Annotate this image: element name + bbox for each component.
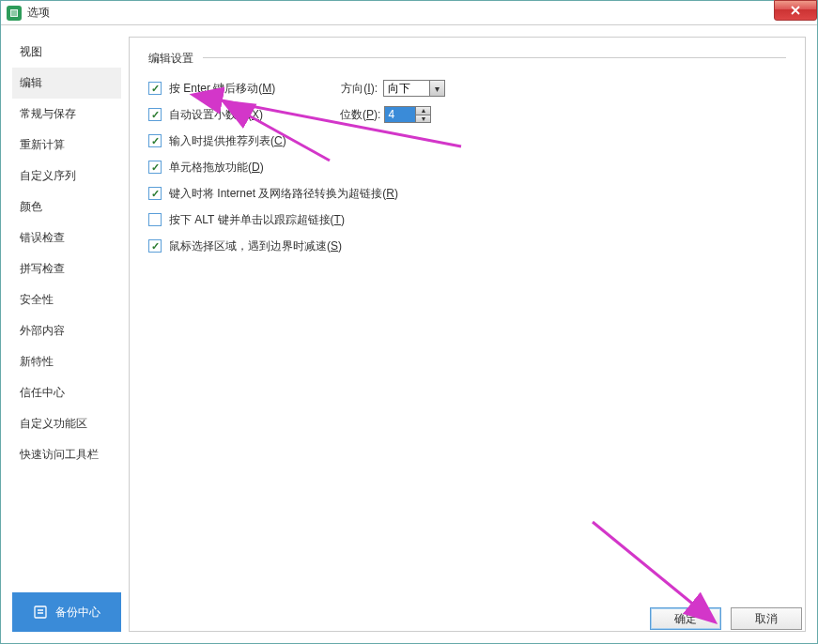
sidebar-item-label: 常规与保存 [20, 106, 76, 122]
label-enter-move: 按 Enter 键后移动(M) [169, 81, 275, 97]
sidebar: 视图 编辑 常规与保存 重新计算 自定义序列 颜色 错误检查 拼写检查 安全性 … [12, 37, 121, 632]
sidebar-item-custom-lists[interactable]: 自定义序列 [12, 161, 121, 192]
checkbox-alt-click-link[interactable] [148, 213, 162, 226]
checkbox-auto-hyperlink[interactable] [148, 187, 162, 200]
places-input[interactable] [385, 107, 415, 122]
sidebar-item-spellcheck[interactable]: 拼写检查 [12, 253, 121, 284]
places-spinner[interactable]: ▲▼ [384, 106, 431, 123]
spin-down[interactable]: ▼ [415, 115, 430, 123]
sidebar-item-security[interactable]: 安全性 [12, 284, 121, 315]
label-direction: 方向(I): [341, 81, 378, 97]
sidebar-item-label: 自定义序列 [20, 168, 76, 184]
spin-up[interactable]: ▲ [415, 107, 430, 115]
sidebar-item-error-check[interactable]: 错误检查 [12, 222, 121, 253]
ok-button[interactable]: 确定 [650, 607, 721, 630]
sidebar-item-label: 自定义功能区 [20, 416, 87, 432]
sidebar-item-custom-ribbon[interactable]: 自定义功能区 [12, 408, 121, 439]
chevron-down-icon [429, 81, 444, 96]
backup-icon [33, 605, 48, 620]
sidebar-item-label: 外部内容 [20, 323, 65, 339]
title-bar: 选项 [1, 1, 817, 25]
sidebar-item-label: 编辑 [20, 75, 42, 91]
label-auto-hyperlink: 键入时将 Internet 及网络路径转换为超链接(R) [169, 186, 398, 202]
checkbox-enter-move[interactable] [148, 82, 162, 95]
sidebar-item-label: 安全性 [20, 292, 54, 308]
cancel-button[interactable]: 取消 [731, 607, 802, 630]
label-slow-at-edge: 鼠标选择区域，遇到边界时减速(S) [169, 238, 342, 254]
sidebar-item-new-features[interactable]: 新特性 [12, 346, 121, 377]
sidebar-item-label: 快速访问工具栏 [20, 447, 99, 463]
backup-label: 备份中心 [55, 605, 100, 621]
direction-value: 向下 [388, 81, 410, 97]
cancel-label: 取消 [755, 611, 778, 627]
sidebar-item-label: 视图 [20, 44, 42, 60]
label-suggest-list: 输入时提供推荐列表(C) [169, 133, 286, 149]
sidebar-item-view[interactable]: 视图 [12, 37, 121, 68]
sidebar-item-color[interactable]: 颜色 [12, 192, 121, 222]
sidebar-item-label: 错误检查 [20, 230, 65, 246]
label-places: 位数(P): [340, 107, 380, 123]
svg-rect-1 [35, 606, 46, 618]
checkbox-suggest-list[interactable] [148, 134, 162, 147]
checkbox-slow-at-edge[interactable] [148, 239, 162, 253]
settings-panel: 编辑设置 按 Enter 键后移动(M) 方向(I): 向下 自动设置小数点(X… [129, 37, 806, 632]
divider [203, 57, 786, 58]
app-icon [7, 6, 22, 21]
label-auto-decimal: 自动设置小数点(X) [169, 107, 263, 123]
sidebar-item-recalc[interactable]: 重新计算 [12, 130, 121, 161]
sidebar-item-edit[interactable]: 编辑 [12, 68, 121, 99]
sidebar-item-trust-center[interactable]: 信任中心 [12, 377, 121, 408]
sidebar-item-label: 新特性 [20, 354, 54, 370]
sidebar-item-general-save[interactable]: 常规与保存 [12, 99, 121, 130]
window-title: 选项 [27, 5, 50, 21]
sidebar-item-label: 信任中心 [20, 385, 65, 401]
sidebar-item-label: 颜色 [20, 199, 42, 215]
close-button[interactable] [774, 0, 817, 21]
label-drag-fill: 单元格拖放功能(D) [169, 160, 264, 176]
sidebar-item-external[interactable]: 外部内容 [12, 315, 121, 346]
direction-select[interactable]: 向下 [383, 80, 445, 97]
checkbox-auto-decimal[interactable] [148, 108, 162, 121]
backup-center-button[interactable]: 备份中心 [12, 592, 121, 632]
panel-legend: 编辑设置 [148, 51, 197, 67]
label-alt-click-link: 按下 ALT 键并单击以跟踪超链接(T) [169, 212, 345, 228]
sidebar-item-label: 重新计算 [20, 137, 65, 153]
checkbox-drag-fill[interactable] [148, 161, 162, 174]
ok-label: 确定 [674, 611, 697, 627]
sidebar-item-quick-access[interactable]: 快速访问工具栏 [12, 439, 121, 470]
sidebar-item-label: 拼写检查 [20, 261, 65, 277]
